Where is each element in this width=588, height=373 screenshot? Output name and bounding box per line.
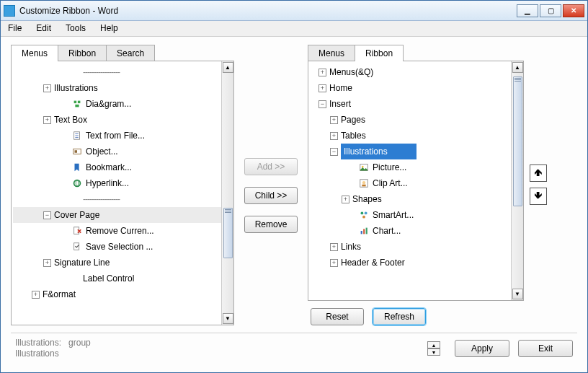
tab-search[interactable]: Search	[106, 45, 155, 61]
refresh-button[interactable]: Refresh	[373, 308, 426, 325]
tree-item-label: Remove Curren...	[86, 223, 154, 239]
tree-item[interactable]: +Pages	[310, 112, 511, 128]
scroll-up-icon[interactable]: ▲	[512, 62, 523, 73]
tree-item[interactable]: +Text Box	[13, 112, 221, 128]
collapse-icon[interactable]: −	[318, 100, 326, 108]
spinner-down-icon[interactable]: ▼	[427, 348, 440, 356]
right-tabgroup: Menus Ribbon +Menus(&Q)+Home−Insert+Page…	[308, 44, 524, 301]
tree-item[interactable]: Bookmark...	[13, 159, 221, 175]
scroll-down-icon[interactable]: ▼	[512, 289, 523, 299]
close-button[interactable]: ✕	[563, 4, 584, 17]
collapse-icon[interactable]: −	[43, 211, 51, 219]
add-button[interactable]: Add >>	[244, 158, 298, 175]
tree-item[interactable]: +F&ormat	[13, 286, 221, 302]
spinner[interactable]: ▲ ▼	[427, 341, 440, 356]
smartart-icon	[358, 209, 370, 221]
expand-icon[interactable]: +	[32, 291, 40, 299]
minimize-button[interactable]: ▁	[517, 4, 538, 17]
expand-icon[interactable]: +	[330, 116, 338, 124]
svg-point-20	[360, 211, 363, 214]
tree-item[interactable]: Chart...	[310, 223, 511, 239]
tree-item[interactable]: Picture...	[310, 159, 511, 175]
tree-item[interactable]: +Header & Footer	[310, 255, 511, 271]
tree-item[interactable]: Object...	[13, 144, 221, 159]
tree-item[interactable]: Clip Art...	[310, 175, 511, 191]
tab-ribbon-right[interactable]: Ribbon	[355, 45, 404, 61]
tree-item-label: Save Selection ...	[86, 239, 153, 255]
expand-icon[interactable]: +	[43, 259, 51, 267]
tab-ribbon-left[interactable]: Ribbon	[58, 45, 107, 61]
tree-item-label: F&ormat	[43, 286, 76, 302]
child-button[interactable]: Child >>	[244, 187, 298, 204]
right-tree[interactable]: +Menus(&Q)+Home−Insert+Pages+Tables−Illu…	[308, 61, 511, 300]
tree-item-label: Clip Art...	[373, 175, 408, 191]
tree-item[interactable]: +Home	[310, 80, 511, 96]
move-up-button[interactable]: 🡹	[530, 164, 547, 182]
right-scrollbar[interactable]: ▲ ▼	[511, 61, 523, 300]
svg-rect-24	[363, 229, 365, 234]
move-down-button[interactable]: 🡻	[530, 188, 547, 205]
exit-button[interactable]: Exit	[518, 340, 573, 357]
menu-file[interactable]: File	[1, 21, 29, 36]
svg-point-10	[76, 180, 79, 187]
scroll-down-icon[interactable]: ▼	[223, 313, 233, 324]
collapse-icon[interactable]: −	[330, 148, 338, 156]
tree-item[interactable]: −Illustrations	[310, 144, 511, 159]
tree-item-label: Chart...	[373, 223, 401, 239]
tree-item[interactable]: −Insert	[310, 96, 511, 112]
status-label: Illustrations:	[15, 338, 61, 348]
remove-button[interactable]: Remove	[244, 216, 298, 233]
tree-item[interactable]: -----------------	[13, 64, 221, 80]
menu-tools[interactable]: Tools	[58, 21, 93, 36]
tree-item[interactable]: +Menus(&Q)	[310, 64, 511, 80]
hyperlink-icon	[71, 177, 83, 189]
expand-icon[interactable]: +	[330, 243, 338, 251]
scroll-thumb[interactable]	[223, 208, 233, 258]
tree-item-label: Menus(&Q)	[329, 64, 373, 80]
expand-icon[interactable]: +	[43, 84, 51, 92]
svg-point-9	[74, 180, 81, 187]
tree-item[interactable]: Dia&gram...	[13, 96, 221, 112]
status-type: group	[68, 338, 91, 348]
tree-item[interactable]: −Cover Page	[13, 207, 221, 223]
left-scrollbar[interactable]: ▲ ▼	[221, 61, 233, 325]
reset-button[interactable]: Reset	[311, 308, 364, 325]
expand-icon[interactable]: +	[43, 116, 51, 124]
tree-item[interactable]: Hyperlink...	[13, 175, 221, 191]
tree-item[interactable]: +Tables	[310, 128, 511, 144]
expand-icon[interactable]: +	[330, 259, 338, 267]
status-info: Illustrations: group Illustrations	[15, 338, 91, 359]
spinner-up-icon[interactable]: ▲	[427, 341, 440, 348]
app-icon	[4, 5, 15, 17]
tree-item[interactable]: Label Control	[13, 271, 221, 286]
tree-item[interactable]: +Links	[310, 239, 511, 255]
tree-item[interactable]: Save Selection ...	[13, 239, 221, 255]
expand-icon[interactable]: +	[318, 69, 326, 76]
tree-item[interactable]: -----------------	[13, 191, 221, 207]
maximize-button[interactable]: ▢	[540, 4, 561, 17]
footer-buttons: Apply Exit	[455, 340, 573, 357]
middle-buttons: Add >> Child >> Remove	[239, 44, 303, 325]
below-right-buttons: Reset Refresh	[311, 308, 524, 325]
tab-menus-right[interactable]: Menus	[308, 45, 355, 61]
svg-rect-8	[75, 150, 78, 153]
left-tree[interactable]: -----------------+IllustrationsDia&gram.…	[12, 61, 221, 325]
scroll-thumb[interactable]	[513, 76, 522, 206]
expand-icon[interactable]: +	[342, 196, 349, 203]
expand-icon[interactable]: +	[318, 84, 326, 92]
expand-icon[interactable]: +	[330, 132, 338, 140]
tree-item[interactable]: Remove Curren...	[13, 223, 221, 239]
tree-item[interactable]: Text from File...	[13, 128, 221, 144]
apply-button[interactable]: Apply	[455, 340, 509, 357]
menu-edit[interactable]: Edit	[29, 21, 58, 36]
menu-help[interactable]: Help	[93, 21, 125, 36]
tree-item[interactable]: +Shapes	[310, 191, 511, 207]
tree-item[interactable]: SmartArt...	[310, 207, 511, 223]
status-line2: Illustrations	[15, 348, 59, 359]
tab-menus-left[interactable]: Menus	[11, 45, 58, 61]
text-file-icon	[71, 130, 83, 141]
tree-item[interactable]: +Signature Line	[13, 255, 221, 271]
tree-item[interactable]: +Illustrations	[13, 80, 221, 96]
scroll-up-icon[interactable]: ▲	[223, 62, 233, 73]
tree-item-label: Cover Page	[54, 207, 99, 223]
